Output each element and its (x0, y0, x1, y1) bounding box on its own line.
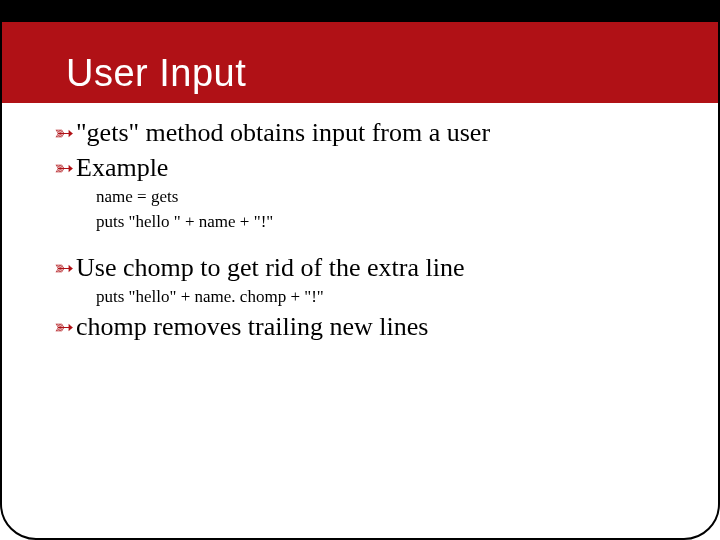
slide-content: ➳ "gets" method obtains input from a use… (2, 103, 718, 344)
bullet-text: Use chomp to get rid of the extra line (76, 252, 464, 285)
slide-title: User Input (66, 52, 718, 95)
bullet-icon: ➳ (54, 118, 74, 148)
code-line: puts "hello" + name. chomp + "!" (96, 286, 666, 309)
bullet-icon: ➳ (54, 153, 74, 183)
slide-frame: User Input ➳ "gets" method obtains input… (0, 0, 720, 540)
bullet-icon: ➳ (54, 253, 74, 283)
bullet-item: ➳ Use chomp to get rid of the extra line (54, 252, 666, 285)
bullet-item: ➳ "gets" method obtains input from a use… (54, 117, 666, 150)
bullet-item: ➳ Example (54, 152, 666, 185)
bullet-icon: ➳ (54, 312, 74, 342)
title-band: User Input (2, 2, 718, 103)
bullet-text: Example (76, 152, 168, 185)
bullet-text: chomp removes trailing new lines (76, 311, 428, 344)
code-line: puts "hello " + name + "!" (96, 211, 666, 234)
bullet-text: "gets" method obtains input from a user (76, 117, 490, 150)
spacer (54, 236, 666, 252)
code-line: name = gets (96, 186, 666, 209)
bullet-item: ➳ chomp removes trailing new lines (54, 311, 666, 344)
